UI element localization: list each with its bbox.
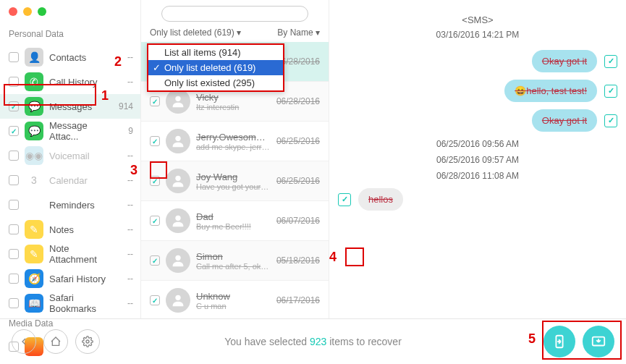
message-row: 😄hello, test test! (338, 80, 617, 102)
thread-name: Vicky (196, 92, 271, 103)
checkbox[interactable] (9, 52, 19, 62)
search-input[interactable] (161, 6, 308, 22)
sidebar-item-count: -- (114, 52, 133, 62)
back-button[interactable] (12, 329, 36, 354)
svg-point-5 (175, 255, 180, 261)
recover-to-computer-button[interactable] (583, 326, 614, 357)
thread-preview: add me skype. jerry.ow... (196, 143, 271, 151)
avatar-icon (166, 89, 190, 114)
message-checkbox[interactable] (338, 193, 351, 206)
settings-button[interactable] (75, 329, 100, 354)
sidebar-item-label: Calendar (49, 175, 109, 186)
thread-row[interactable]: SimonCall me after 5, okay?05/18/2016 (141, 241, 329, 281)
section-personal: Personal Data (0, 26, 140, 45)
timestamp: 06/25/2016 09:57 AM (338, 155, 617, 165)
minimize-window-button[interactable] (23, 7, 32, 16)
sidebar-item-count: -- (114, 200, 133, 210)
thread-checkbox[interactable] (150, 136, 160, 146)
thread-checkbox[interactable] (150, 295, 160, 305)
thread-checkbox[interactable] (150, 255, 160, 266)
thread-checkbox[interactable] (150, 176, 160, 186)
sidebar-item-message-attac-[interactable]: 💬Message Attac...9 (0, 119, 140, 143)
avatar-icon (166, 129, 190, 153)
home-button[interactable] (43, 329, 68, 354)
message-row: Okay got it (338, 109, 617, 132)
svg-point-1 (175, 96, 180, 101)
sidebar-item-safari-bookmarks[interactable]: 📖Safari Bookmarks-- (0, 291, 140, 316)
message-checkbox[interactable] (604, 114, 617, 127)
thread-date: 06/07/2016 (276, 216, 320, 226)
checkbox[interactable] (9, 274, 19, 284)
message-bubble-out[interactable]: Okay got it (532, 50, 597, 72)
maximize-window-button[interactable] (38, 7, 46, 16)
filter-option-deleted[interactable]: Only list deleted (619) (148, 60, 283, 75)
checkbox[interactable] (9, 249, 19, 259)
avatar-icon (166, 208, 190, 233)
sidebar-item-label: Message Attac... (49, 120, 109, 142)
checkbox[interactable] (9, 77, 19, 87)
thread-row[interactable]: DadBuy me Beer!!!!06/07/2016 (141, 201, 329, 241)
message-checkbox[interactable] (604, 85, 617, 98)
message-row: hellos (338, 188, 617, 211)
svg-point-4 (175, 216, 180, 221)
sidebar-item-reminders[interactable]: ≡Reminders-- (0, 192, 140, 217)
sidebar-item-contacts[interactable]: 👤Contacts-- (0, 45, 140, 69)
checkbox[interactable] (9, 175, 19, 185)
sidebar-item-note-attachment[interactable]: ✎Note Attachment-- (0, 242, 140, 266)
sidebar-item-count: 914 (114, 101, 133, 111)
sidebar-item-notes[interactable]: ✎Notes-- (0, 217, 140, 242)
thread-date: 05/18/2016 (276, 255, 320, 266)
checkbox[interactable] (9, 126, 19, 136)
sidebar-item-call-history[interactable]: ✆Call History-- (0, 69, 140, 94)
thread-preview: Buy me Beer!!!! (196, 222, 271, 231)
svg-point-6 (175, 295, 180, 300)
thread-name: Dad (196, 211, 271, 222)
thread-row[interactable]: Joy WangHave you got your gift..06/25/20… (141, 161, 329, 201)
sidebar-item-label: Safari Bookmarks (49, 292, 109, 314)
sidebar-item-count: -- (114, 151, 133, 161)
sidebar-item-label: Reminders (49, 200, 109, 211)
sidebar-item-count: 9 (114, 126, 133, 136)
checkbox[interactable] (9, 200, 19, 210)
svg-point-8 (86, 340, 89, 343)
contacts-icon: 👤 (25, 48, 43, 67)
checkbox[interactable] (9, 298, 19, 308)
checkbox[interactable] (9, 101, 19, 111)
sidebar-item-label: Voicemail (49, 151, 109, 161)
sidebar-item-count: -- (114, 175, 133, 185)
attach-icon: 💬 (25, 122, 43, 140)
detail-header-time: 03/16/2016 14:21 PM (338, 30, 617, 40)
thread-row[interactable]: Jerry.Owesome@aol.comadd me skype. jerry… (141, 122, 329, 161)
checkbox[interactable] (9, 224, 19, 234)
sidebar-item-label: Safari History (49, 274, 109, 284)
thread-row[interactable]: UnknowC u man06/17/2016 (141, 281, 329, 318)
recover-to-device-button[interactable] (543, 326, 575, 357)
checkbox[interactable] (9, 151, 19, 161)
close-window-button[interactable] (9, 7, 17, 16)
message-checkbox[interactable] (604, 55, 617, 68)
message-bubble-in[interactable]: hellos (358, 188, 403, 211)
sidebar-item-calendar[interactable]: 3Calendar-- (0, 168, 140, 192)
sidebar-item-voicemail[interactable]: ◉◉Voicemail-- (0, 143, 140, 168)
sidebar-item-messages[interactable]: 💬Messages914 (0, 94, 140, 119)
filter-option-existed[interactable]: Only list existed (295) (148, 75, 283, 90)
cal-icon: 3 (25, 171, 43, 190)
filter-dropdown-toggle[interactable]: Only list deleted (619) ▾ (150, 27, 241, 38)
thread-checkbox[interactable] (150, 216, 160, 226)
sidebar-item-safari-history[interactable]: 🧭Safari History-- (0, 266, 140, 291)
svg-point-3 (175, 176, 180, 181)
thread-checkbox[interactable] (150, 96, 160, 106)
timestamp: 06/28/2016 11:08 AM (338, 171, 617, 181)
svg-point-2 (175, 136, 180, 141)
avatar-icon (166, 169, 190, 193)
thread-preview: Call me after 5, okay? (196, 262, 271, 271)
book-icon: 📖 (25, 294, 43, 313)
message-bubble-out[interactable]: Okay got it (532, 109, 597, 132)
notes-icon: ✎ (25, 220, 43, 239)
sort-dropdown-toggle[interactable]: By Name ▾ (277, 27, 320, 38)
message-bubble-out[interactable]: 😄hello, test test! (504, 80, 597, 102)
sidebar: Personal Data 👤Contacts--✆Call History--… (0, 0, 141, 318)
filter-option-all[interactable]: List all items (914) (148, 45, 283, 60)
timestamp: 06/25/2016 09:56 AM (338, 139, 617, 149)
thread-preview: Itz interestin (196, 103, 271, 111)
